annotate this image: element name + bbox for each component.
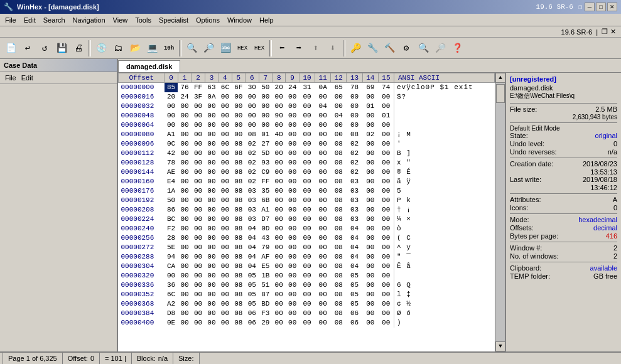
- hex-byte[interactable]: FF: [192, 83, 205, 93]
- hex-byte[interactable]: 00: [315, 290, 331, 299]
- table-row[interactable]: 00000192500000000008036B0000000008030000…: [119, 196, 495, 205]
- hex-byte[interactable]: 00: [232, 102, 245, 111]
- hex-byte[interactable]: 08: [331, 299, 347, 309]
- hex-byte[interactable]: 06: [246, 318, 259, 328]
- hex-byte[interactable]: 00: [165, 102, 178, 111]
- hex-byte[interactable]: 00: [219, 205, 232, 215]
- hex-byte[interactable]: 00: [315, 130, 331, 139]
- hex-byte[interactable]: 00: [205, 309, 218, 318]
- hex-byte[interactable]: 08: [232, 149, 245, 158]
- hex-byte[interactable]: 03: [347, 177, 362, 186]
- hex-byte[interactable]: 08: [232, 205, 245, 215]
- hex-byte[interactable]: 08: [232, 233, 245, 243]
- hex-byte[interactable]: 00: [362, 224, 378, 233]
- hex-byte[interactable]: 05: [246, 271, 259, 281]
- hex-byte[interactable]: 08: [232, 158, 245, 168]
- hex-byte[interactable]: 08: [331, 149, 347, 158]
- hex-byte[interactable]: A2: [165, 299, 178, 309]
- hex-byte[interactable]: 00: [378, 158, 394, 168]
- hex-byte[interactable]: 04: [246, 233, 259, 243]
- hex-byte[interactable]: 01: [259, 130, 272, 139]
- hex-byte[interactable]: E4: [165, 177, 178, 186]
- hex-byte[interactable]: 03: [347, 186, 362, 196]
- hex-byte[interactable]: 00: [205, 130, 218, 139]
- hex-byte[interactable]: 00: [219, 111, 232, 120]
- hex-byte[interactable]: 28: [165, 233, 178, 243]
- hex-byte[interactable]: 08: [232, 290, 245, 299]
- tab-damaged-disk[interactable]: damaged.disk: [118, 60, 180, 72]
- hex-byte[interactable]: 00: [299, 318, 315, 328]
- hex-byte[interactable]: 00: [272, 233, 285, 243]
- hex-byte[interactable]: 00: [192, 290, 205, 299]
- hex-byte[interactable]: 00: [299, 243, 315, 252]
- hex-byte[interactable]: 00: [246, 111, 259, 120]
- hex-byte[interactable]: 00: [286, 196, 299, 205]
- hex-byte[interactable]: 74: [378, 83, 394, 93]
- hex-byte[interactable]: 00: [378, 252, 394, 262]
- hex-byte[interactable]: 00: [378, 299, 394, 309]
- hex-byte[interactable]: 04: [347, 233, 362, 243]
- hex-byte[interactable]: 00: [205, 299, 218, 309]
- hex-content[interactable]: Offset 0 1 2 3 4 5 6 7 8 9 10 11: [118, 73, 495, 351]
- menu-tools[interactable]: Tools: [131, 15, 155, 25]
- hex-byte[interactable]: 08: [232, 168, 245, 177]
- hex-byte[interactable]: 00: [272, 92, 285, 102]
- hex-byte[interactable]: 00: [246, 120, 259, 130]
- nav-left-button[interactable]: ⬅: [274, 40, 290, 56]
- open-file-button[interactable]: 📂: [127, 40, 143, 56]
- hex-byte[interactable]: 00: [272, 224, 285, 233]
- hex-byte[interactable]: 00: [192, 205, 205, 215]
- hex-byte[interactable]: 00: [272, 149, 285, 158]
- minimize-button[interactable]: ─: [585, 3, 595, 11]
- hex-byte[interactable]: 00: [378, 281, 394, 290]
- hex-byte[interactable]: 3F: [192, 92, 205, 102]
- hex-byte[interactable]: 00: [192, 102, 205, 111]
- hex-byte[interactable]: 00: [178, 177, 191, 186]
- hex-byte[interactable]: 00: [347, 120, 362, 130]
- hex-byte[interactable]: 00: [219, 130, 232, 139]
- hex-byte[interactable]: 00: [378, 318, 394, 328]
- hex-byte[interactable]: 00: [362, 139, 378, 149]
- hex-byte[interactable]: 00: [205, 158, 218, 168]
- hex-byte[interactable]: 00: [219, 224, 232, 233]
- hex-byte[interactable]: 79: [259, 243, 272, 252]
- hex-byte[interactable]: 00: [378, 149, 394, 158]
- scroll-thumb[interactable]: [496, 84, 505, 103]
- hex-byte[interactable]: 00: [259, 102, 272, 111]
- hex-byte[interactable]: 00: [299, 158, 315, 168]
- hex-byte[interactable]: D8: [165, 309, 178, 318]
- hex-byte[interactable]: 00: [192, 158, 205, 168]
- hex-byte[interactable]: 00: [205, 233, 218, 243]
- hex-byte[interactable]: 00: [272, 186, 285, 196]
- hex-byte[interactable]: 24: [286, 83, 299, 93]
- hex-byte[interactable]: 00: [286, 271, 299, 281]
- hex-byte[interactable]: 00: [378, 120, 394, 130]
- hex-byte[interactable]: 00: [378, 215, 394, 224]
- scroll-down-button[interactable]: ▼: [495, 341, 505, 351]
- hex-byte[interactable]: 00: [362, 252, 378, 262]
- hex-byte[interactable]: 04: [347, 252, 362, 262]
- hex-byte[interactable]: 00: [178, 243, 191, 252]
- hex-byte[interactable]: 00: [272, 262, 285, 271]
- hex-byte[interactable]: 00: [178, 309, 191, 318]
- redo-button[interactable]: ↺: [36, 40, 53, 56]
- hex-byte[interactable]: 08: [331, 168, 347, 177]
- hex-byte[interactable]: 00: [315, 243, 331, 252]
- hex-byte[interactable]: 00: [219, 281, 232, 290]
- table-row[interactable]: 00000080A1000000000008014D00000000080200…: [119, 130, 495, 139]
- hex-byte[interactable]: 4D: [272, 130, 285, 139]
- hex-byte[interactable]: 0A: [315, 83, 331, 93]
- hex-byte[interactable]: 08: [232, 177, 245, 186]
- table-row[interactable]: 00000304CA000000000804E50000000008040000…: [119, 262, 495, 271]
- search-button[interactable]: 🔍: [183, 40, 200, 56]
- open-part-button[interactable]: 🗂: [110, 40, 126, 56]
- hex-byte[interactable]: 00: [362, 149, 378, 158]
- hex-byte[interactable]: 00: [299, 102, 315, 111]
- hex-byte[interactable]: 29: [259, 318, 272, 328]
- hex-byte[interactable]: 31: [299, 83, 315, 93]
- close-button[interactable]: ✕: [607, 3, 617, 11]
- hex-byte[interactable]: 00: [286, 139, 299, 149]
- hex-byte[interactable]: 00: [286, 158, 299, 168]
- hex-byte[interactable]: 00: [286, 252, 299, 262]
- hex-byte[interactable]: 00: [362, 111, 378, 120]
